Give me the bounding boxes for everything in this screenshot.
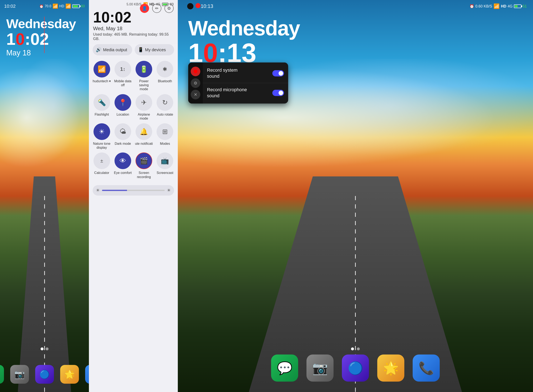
mobile-data-icon: 1↕ [115, 61, 131, 78]
tile-nature-tone[interactable]: ☀ Nature tonedisplay [93, 123, 111, 149]
tile-mute-notif[interactable]: 🔔 ute notificati [135, 123, 153, 149]
right-day: Wednesday [188, 17, 300, 40]
rec-popup-sidebar: ⚙ ✕ [188, 62, 203, 103]
tile-calculator[interactable]: ± Calculator [93, 153, 111, 179]
mobile-data-label: Mobile dataoff [114, 79, 132, 87]
brightness-slider[interactable] [102, 190, 165, 191]
recording-popup: ⚙ ✕ Record systemsound Record microphone… [188, 62, 288, 103]
rec-close-btn[interactable]: ✕ [191, 90, 200, 99]
right-wifi-icon: 📶 [493, 3, 500, 9]
left-clouds [0, 59, 89, 176]
right-battery [514, 4, 521, 8]
rec-system-toggle[interactable] [272, 70, 284, 76]
tiles-row-3: ☀ Nature tonedisplay 🌤 Dark mode 🔔 ute n… [89, 123, 178, 149]
rec-dot-icon [194, 70, 197, 73]
left-dock-messages[interactable]: 💬 [0, 365, 4, 384]
right-dock-camera[interactable]: 📷 [306, 355, 334, 382]
tile-auto-rotate[interactable]: ↻ Auto rotate [156, 94, 174, 120]
nature-tone-icon: ☀ [93, 123, 110, 140]
tiles-row-1: 📶 huduntech ▾ 1↕ Mobile dataoff 🔋 Power … [89, 61, 178, 91]
mid-profile-icon[interactable]: 👤 [140, 4, 149, 13]
tile-airplane[interactable]: ✈ Airplanemode [135, 94, 153, 120]
rec-popup-content: Record systemsound Record microphonesoun… [203, 62, 288, 103]
media-output-btn[interactable]: 🔊 Media output [93, 44, 132, 55]
dark-mode-label: Dark mode [115, 142, 131, 146]
left-time: 10:02 [4, 4, 16, 9]
left-road-line [44, 196, 45, 392]
signal-icon: 📶 [65, 4, 71, 9]
left-clock-colon: 0 [16, 30, 25, 48]
tile-flashlight[interactable]: 🔦 Flashlight [93, 94, 111, 120]
tile-bluetooth[interactable]: ✱ Bluetooth [156, 61, 174, 91]
rec-settings-btn[interactable]: ⚙ [191, 78, 200, 88]
my-devices-icon: 📱 [138, 47, 144, 52]
right-dock-phone[interactable]: 📞 [413, 355, 440, 382]
right-dock-circle[interactable]: 🔵 [342, 355, 369, 382]
left-dock-galaxy[interactable]: 🌟 [60, 365, 79, 384]
wifi-icon: 📶 [52, 4, 58, 9]
rec-record-btn[interactable] [191, 67, 200, 76]
flashlight-label: Flashlight [94, 112, 109, 117]
right-hd: HD [501, 4, 506, 9]
middle-phone-panel: 5.00 KB/S 📶 HD 4G 83 👤 ✏ ⚙ 10:02 Wed, Ma… [89, 0, 178, 392]
bluetooth-icon: ✱ [157, 61, 173, 78]
left-status-icons: ⏰ 70.0 📶 HD 📶 83 [39, 4, 85, 9]
mid-data-usage: Used today: 465 MB. Remaining today: 99.… [93, 32, 174, 41]
tile-eye-comfort[interactable]: 👁 Eye comfort [114, 153, 132, 179]
mid-header: 10:02 Wed, May 18 Used today: 465 MB. Re… [89, 8, 178, 44]
nature-tone-label: Nature tonedisplay [93, 142, 111, 149]
tile-power-saving[interactable]: 🔋 Power savingmode [135, 61, 153, 91]
power-saving-icon: 🔋 [135, 61, 152, 78]
media-output-label: Media output [103, 47, 127, 52]
my-devices-btn[interactable]: 📱 My devices [135, 44, 174, 55]
brightness-bar[interactable]: ☀ ☀ [93, 185, 174, 196]
brightness-low-icon: ☀ [96, 188, 100, 193]
mid-action-icons: 👤 ✏ ⚙ [140, 4, 174, 13]
screen-recording-label: Screenrecording [137, 171, 151, 179]
tiles-row-2: 🔦 Flashlight 📍 Location ✈ Airplanemode ↻… [89, 94, 178, 120]
mute-notif-label: ute notificati [135, 142, 153, 146]
left-dock-camera[interactable]: 📷 [10, 365, 29, 384]
mid-edit-icon[interactable]: ✏ [152, 4, 161, 13]
left-page-dots [41, 347, 49, 350]
right-dock-galaxy[interactable]: 🌟 [377, 355, 404, 382]
left-dock-phone[interactable]: 📞 [85, 365, 89, 384]
left-dot-2[interactable] [46, 347, 49, 350]
right-dot-1[interactable] [351, 347, 354, 350]
right-dot-2[interactable] [357, 347, 360, 350]
tile-dark-mode[interactable]: 🌤 Dark mode [114, 123, 132, 149]
rec-system-sound-label: Record systemsound [207, 67, 237, 79]
media-output-icon: 🔊 [96, 47, 101, 52]
power-saving-label: Power savingmode [135, 79, 153, 91]
right-status-bar: 10:13 ⏰ 0.60 KB/S 📶 HD 4G 51 [178, 0, 533, 13]
mid-settings-icon[interactable]: ⚙ [164, 4, 174, 13]
left-red-line [44, 17, 45, 53]
left-dock-circle[interactable]: 🔵 [35, 365, 54, 384]
tile-modes[interactable]: ⊞ Modes [156, 123, 174, 149]
tile-location[interactable]: 📍 Location [114, 94, 132, 120]
tile-mobile-data[interactable]: 1↕ Mobile dataoff [114, 61, 132, 91]
tile-screencast[interactable]: 📺 Screencast [156, 153, 174, 179]
speed-icon: 70.0 [45, 4, 51, 8]
screencast-label: Screencast [157, 171, 173, 175]
right-dock-messages[interactable]: 💬 [271, 355, 298, 382]
left-status-bar: 10:02 ⏰ 70.0 📶 HD 📶 83 [0, 0, 89, 13]
camera-dot [187, 3, 193, 9]
rec-mic-sound[interactable]: Record microphonesound [203, 83, 288, 103]
calculator-icon: ± [93, 153, 110, 169]
wifi-label: huduntech ▾ [93, 79, 111, 83]
left-dock: 💬 📷 🔵 🌟 📞 [0, 365, 89, 384]
screen-recording-icon: 🎬 [135, 153, 152, 169]
auto-rotate-icon: ↻ [157, 94, 173, 111]
rec-system-sound[interactable]: Record systemsound [203, 64, 288, 83]
left-dot-1[interactable] [41, 347, 43, 350]
right-clock: 10:13 [188, 40, 300, 66]
rec-mic-toggle[interactable] [272, 90, 284, 96]
tile-wifi[interactable]: 📶 huduntech ▾ [93, 61, 111, 91]
eye-comfort-label: Eye comfort [114, 171, 132, 175]
location-icon: 📍 [115, 94, 131, 111]
tile-screen-recording[interactable]: 🎬 Screenrecording [135, 153, 153, 179]
location-label: Location [117, 112, 129, 117]
tiles-row-4: ± Calculator 👁 Eye comfort 🎬 Screenrecor… [89, 153, 178, 179]
screencast-icon: 📺 [157, 153, 173, 169]
